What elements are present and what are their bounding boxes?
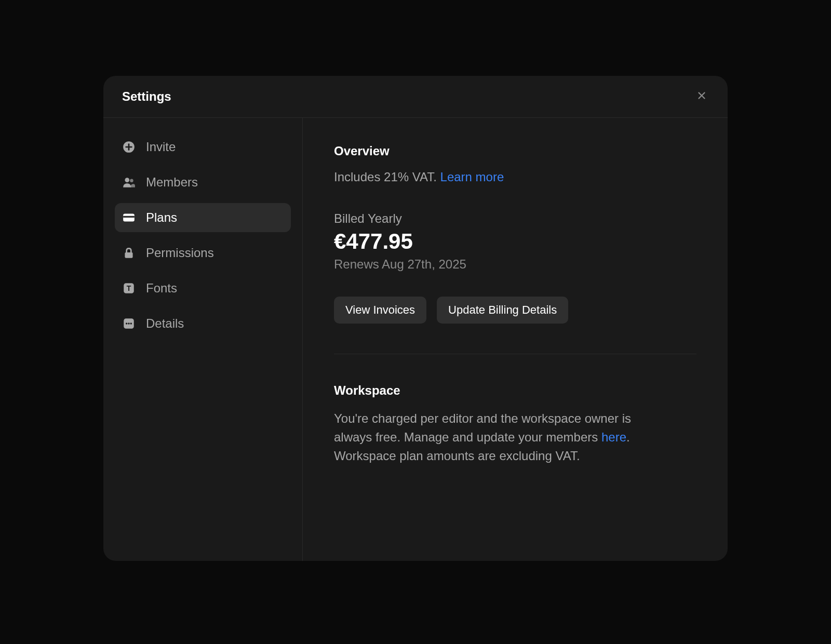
close-icon bbox=[696, 90, 707, 103]
svg-point-13 bbox=[126, 323, 127, 324]
sidebar-item-label: Plans bbox=[146, 210, 177, 225]
billed-label: Billed Yearly bbox=[334, 211, 696, 226]
plan-price: €477.95 bbox=[334, 229, 696, 254]
sidebar-item-label: Fonts bbox=[146, 281, 177, 296]
workspace-title: Workspace bbox=[334, 383, 696, 398]
modal-body: Invite Members bbox=[103, 118, 728, 561]
users-icon bbox=[122, 176, 136, 189]
sidebar-item-label: Invite bbox=[146, 140, 176, 154]
plus-circle-icon bbox=[122, 140, 136, 154]
sidebar-item-permissions[interactable]: Permissions bbox=[115, 238, 291, 267]
sidebar-item-label: Details bbox=[146, 316, 184, 331]
svg-point-6 bbox=[130, 179, 133, 183]
settings-modal: Settings Invite bbox=[103, 76, 728, 561]
vat-info: Includes 21% VAT. Learn more bbox=[334, 170, 696, 184]
sidebar-item-label: Members bbox=[146, 175, 198, 190]
update-billing-button[interactable]: Update Billing Details bbox=[437, 297, 568, 324]
sidebar-item-members[interactable]: Members bbox=[115, 168, 291, 197]
modal-title: Settings bbox=[122, 89, 171, 104]
sidebar-item-invite[interactable]: Invite bbox=[115, 132, 291, 162]
modal-header: Settings bbox=[103, 76, 728, 118]
svg-point-14 bbox=[128, 323, 129, 324]
svg-rect-8 bbox=[123, 216, 135, 218]
svg-point-15 bbox=[130, 323, 132, 324]
credit-card-icon bbox=[122, 211, 136, 224]
view-invoices-button[interactable]: View Invoices bbox=[334, 297, 426, 324]
close-button[interactable] bbox=[694, 89, 709, 104]
sidebar: Invite Members bbox=[103, 118, 303, 561]
svg-rect-9 bbox=[125, 252, 132, 258]
workspace-description: You're charged per editor and the worksp… bbox=[334, 409, 656, 465]
font-icon: T bbox=[122, 281, 136, 295]
renews-date: Renews Aug 27th, 2025 bbox=[334, 257, 696, 272]
members-here-link[interactable]: here bbox=[601, 430, 626, 444]
overview-title: Overview bbox=[334, 144, 696, 158]
vat-text: Includes 21% VAT. bbox=[334, 170, 440, 184]
learn-more-link[interactable]: Learn more bbox=[440, 170, 504, 184]
svg-text:T: T bbox=[127, 284, 131, 292]
billing-buttons: View Invoices Update Billing Details bbox=[334, 297, 696, 324]
main-content: Overview Includes 21% VAT. Learn more Bi… bbox=[303, 118, 728, 561]
svg-point-5 bbox=[125, 178, 129, 182]
lock-icon bbox=[122, 246, 136, 260]
sidebar-item-plans[interactable]: Plans bbox=[115, 203, 291, 232]
workspace-desc-part1: You're charged per editor and the worksp… bbox=[334, 411, 631, 444]
sidebar-item-details[interactable]: Details bbox=[115, 309, 291, 338]
section-divider bbox=[334, 354, 696, 354]
details-icon bbox=[122, 317, 136, 330]
sidebar-item-label: Permissions bbox=[146, 246, 214, 260]
sidebar-item-fonts[interactable]: T Fonts bbox=[115, 274, 291, 303]
